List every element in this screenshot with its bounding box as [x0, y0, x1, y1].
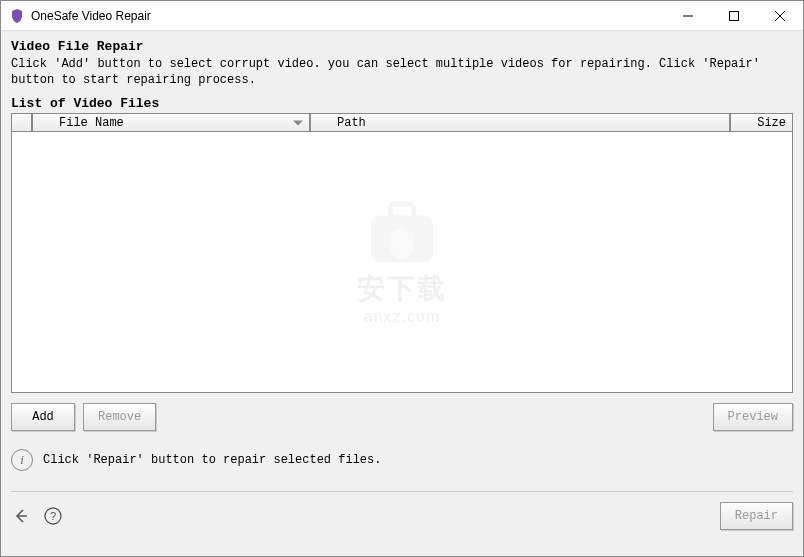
sort-indicator-icon: [293, 120, 303, 125]
remove-button[interactable]: Remove: [83, 403, 156, 431]
back-icon[interactable]: [11, 506, 31, 526]
page-instructions: Click 'Add' button to select corrupt vid…: [11, 56, 793, 88]
main-content: Video File Repair Click 'Add' button to …: [1, 31, 803, 556]
close-button[interactable]: [757, 1, 803, 30]
svg-rect-4: [371, 216, 433, 263]
watermark-text: 安下载: [357, 270, 447, 308]
table-body[interactable]: 安下载 anxz.com: [12, 132, 792, 392]
page-heading: Video File Repair: [11, 39, 793, 54]
hint-text: Click 'Repair' button to repair selected…: [43, 453, 381, 467]
divider: [11, 491, 793, 492]
watermark: 安下载 anxz.com: [357, 198, 447, 326]
maximize-button[interactable]: [711, 1, 757, 30]
table-header: File Name Path Size: [12, 114, 792, 132]
column-path-label: Path: [337, 116, 366, 130]
help-icon[interactable]: ?: [43, 506, 63, 526]
footer-row: ? Repair: [11, 502, 793, 530]
watermark-sub: anxz.com: [357, 308, 447, 326]
minimize-button[interactable]: [665, 1, 711, 30]
svg-text:?: ?: [50, 510, 56, 522]
app-icon: [9, 8, 25, 24]
window-controls: [665, 1, 803, 30]
add-button[interactable]: Add: [11, 403, 75, 431]
hint-row: i Click 'Repair' button to repair select…: [11, 449, 793, 471]
column-size-label: Size: [757, 116, 786, 130]
column-filename[interactable]: File Name: [32, 114, 310, 132]
svg-rect-5: [390, 204, 413, 220]
column-checkbox[interactable]: [12, 114, 32, 132]
info-icon: i: [11, 449, 33, 471]
column-filename-label: File Name: [59, 116, 124, 130]
svg-rect-1: [730, 11, 739, 20]
file-table: File Name Path Size 安下载 anxz: [11, 113, 793, 393]
titlebar: OneSafe Video Repair: [1, 1, 803, 31]
window-title: OneSafe Video Repair: [31, 9, 665, 23]
preview-button[interactable]: Preview: [713, 403, 793, 431]
list-title: List of Video Files: [11, 96, 793, 111]
repair-button[interactable]: Repair: [720, 502, 793, 530]
column-size[interactable]: Size: [730, 114, 792, 132]
file-buttons-row: Add Remove Preview: [11, 403, 793, 431]
column-path[interactable]: Path: [310, 114, 730, 132]
